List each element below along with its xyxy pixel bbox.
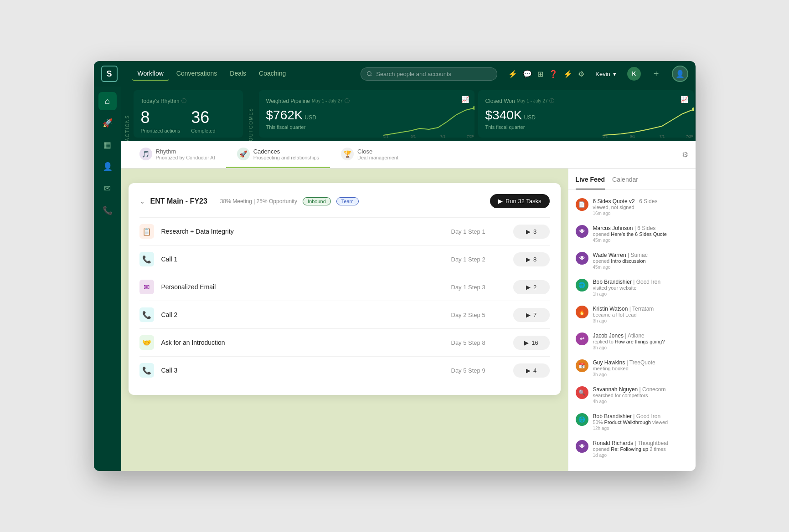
user-badge[interactable]: Kevin ▾	[595, 71, 616, 77]
search-bar[interactable]	[361, 67, 497, 81]
step-run-btn-3[interactable]: ▶ 7	[513, 308, 550, 322]
tab-close[interactable]: 🏆 Close Deal management	[330, 141, 409, 168]
feed-action-5: replied to How are things going?	[593, 339, 688, 344]
step-row-1: 📞 Call 1 Day 1 Step 2 ▶ 8	[139, 245, 550, 273]
tag-inbound: Inbound	[303, 197, 331, 205]
tab-calendar[interactable]: Calendar	[612, 176, 638, 189]
svg-point-7	[692, 107, 694, 111]
feed-time-3: 1h ago	[593, 292, 688, 297]
feed-action-8: 50% Product Walkthrough viewed	[593, 419, 688, 425]
closed-info-icon[interactable]: ⓘ	[549, 97, 554, 104]
sidebar-mail[interactable]: ✉	[98, 179, 117, 198]
svg-point-0	[367, 72, 371, 76]
feed-content-7: Savannah Nguyen | Conecom searched for c…	[593, 386, 688, 404]
close-tab-title: Close	[357, 148, 398, 155]
rhythm-card: Today's Rhythm ⓘ 8 Prioritized actions 3…	[134, 90, 243, 138]
feed-name-6: Guy Hawkins | TreeQuote	[593, 359, 688, 366]
step-run-btn-4[interactable]: ▶ 16	[513, 336, 550, 350]
svg-point-2	[473, 106, 474, 110]
step-row-0: 📋 Research + Data Integrity Day 1 Step 1…	[139, 217, 550, 245]
completed-label: Completed	[191, 128, 215, 133]
feed-name-4: Kristin Watson | Terratam	[593, 306, 688, 312]
step-icon-call1: 📞	[139, 252, 154, 266]
cadence-card: ⌄ ENT Main - FY23 38% Meeting | 25% Oppo…	[129, 183, 561, 395]
pipeline-title-row: Weighted Pipeline May 1 - July 27 ⓘ	[266, 97, 467, 104]
sidebar-rocket[interactable]: 🚀	[98, 114, 117, 132]
add-icon[interactable]: +	[654, 69, 659, 79]
step-row-5: 📞 Call 3 Day 5 Step 9 ▶ 4	[139, 356, 550, 384]
sidebar-person[interactable]: 👤	[98, 158, 117, 176]
tab-rhythm[interactable]: 🎵 Rhythm Prioritized by Conductor AI	[129, 141, 226, 168]
step-day-5: Day 5 Step 9	[451, 367, 506, 374]
step-run-btn-5[interactable]: ▶ 4	[513, 363, 550, 378]
feed-content-9: Ronald Richards | Thoughtbeat opened Re:…	[593, 440, 688, 458]
step-count-4: 16	[531, 339, 538, 346]
step-run-btn-0[interactable]: ▶ 3	[513, 225, 550, 239]
play-icon-2: ▶	[526, 284, 531, 291]
feed-tabs: Live Feed Calendar	[568, 169, 696, 190]
step-count-3: 7	[533, 312, 536, 318]
rhythm-info-icon[interactable]: ⓘ	[181, 97, 186, 104]
feed-time-1: 45m ago	[593, 238, 688, 243]
run-tasks-button[interactable]: ▶ Run 32 Tasks	[490, 194, 550, 208]
feed-name-2: Wade Warren | Sumac	[593, 252, 688, 258]
feed-content-4: Kristin Watson | Terratam became a Hot L…	[593, 306, 688, 323]
closed-chart: 5/1 6/1 7/1 7/29	[603, 106, 694, 138]
step-icon-intro: 🤝	[139, 335, 154, 350]
cadence-title: ENT Main - FY23	[150, 197, 207, 205]
tab-cadences[interactable]: 🚀 Cadences Prospecting and relationships	[226, 141, 330, 168]
feed-item-7: 🔍 Savannah Nguyen | Conecom searched for…	[568, 382, 696, 409]
feed-avatar-8: 🌐	[576, 413, 588, 426]
feed-time-0: 16m ago	[593, 211, 688, 216]
step-name-5: Call 3	[161, 367, 444, 374]
play-icon-4: ▶	[524, 339, 529, 346]
search-input[interactable]	[376, 71, 491, 77]
step-run-btn-2[interactable]: ▶ 2	[513, 280, 550, 294]
nav-coaching[interactable]: Coaching	[253, 67, 291, 81]
feed-time-7: 4h ago	[593, 399, 688, 404]
feed-list: 📄 6 Sides Quote v2 | 6 Sides viewed, not…	[568, 190, 696, 471]
tab-live-feed[interactable]: Live Feed	[576, 176, 605, 189]
play-icon-0: ▶	[526, 228, 531, 235]
grid-icon[interactable]: ⊞	[537, 70, 543, 78]
step-name-0: Research + Data Integrity	[161, 228, 444, 235]
pipeline-title: Weighted Pipeline	[266, 98, 310, 104]
tabs-settings-icon[interactable]: ⚙	[682, 150, 688, 159]
nav-workflow[interactable]: Workflow	[132, 67, 169, 81]
feed-name-9: Ronald Richards | Thoughtbeat	[593, 440, 688, 446]
close-tab-subtitle: Deal management	[357, 155, 398, 160]
sidebar-phone[interactable]: 📞	[98, 201, 117, 220]
cadences-tab-title: Cadences	[253, 148, 319, 155]
pipeline-info-icon[interactable]: ⓘ	[345, 97, 350, 104]
feed-item-9: 👁 Ronald Richards | Thoughtbeat opened R…	[568, 435, 696, 462]
bolt-icon[interactable]: ⚡	[563, 70, 572, 78]
step-count-1: 8	[533, 256, 536, 263]
feed-time-9: 1d ago	[593, 453, 688, 458]
feed-content-2: Wade Warren | Sumac opened Intro discuss…	[593, 252, 688, 270]
feed-avatar-0: 📄	[576, 198, 588, 211]
profile-avatar[interactable]: 👤	[672, 66, 688, 82]
collapse-button[interactable]: ⌄	[139, 198, 145, 205]
svg-text:5/1: 5/1	[603, 134, 608, 138]
feed-avatar-7: 🔍	[576, 386, 588, 399]
user-name: Kevin	[595, 71, 610, 77]
completed-count: 36	[191, 108, 215, 127]
svg-text:7/1: 7/1	[660, 134, 665, 138]
help-icon[interactable]: ❓	[549, 70, 558, 78]
stats-row: ACTIONS Today's Rhythm ⓘ 8 Prioritized a…	[121, 87, 696, 141]
nav-conversations[interactable]: Conversations	[171, 67, 223, 81]
feed-avatar-3: 🌐	[576, 279, 588, 292]
feed-content-3: Bob Brandishier | Good Iron visited your…	[593, 279, 688, 297]
step-run-btn-1[interactable]: ▶ 8	[513, 252, 550, 266]
nav-deals[interactable]: Deals	[224, 67, 252, 81]
feed-content-1: Marcus Johnson | 6 Sides opened Here's t…	[593, 225, 688, 243]
sidebar-chart[interactable]: ▦	[98, 136, 117, 154]
step-name-2: Personalized Email	[161, 283, 444, 291]
sidebar-home[interactable]: ⌂	[98, 92, 117, 110]
step-row-4: 🤝 Ask for an Introduction Day 5 Step 8 ▶…	[139, 328, 550, 356]
chat-icon[interactable]: 💬	[523, 70, 532, 78]
feed-item-6: 📅 Guy Hawkins | TreeQuote meeting booked…	[568, 355, 696, 382]
settings-icon[interactable]: ⚙	[578, 70, 584, 78]
flash-icon[interactable]: ⚡	[508, 70, 517, 78]
user-avatar[interactable]: K	[627, 67, 641, 81]
